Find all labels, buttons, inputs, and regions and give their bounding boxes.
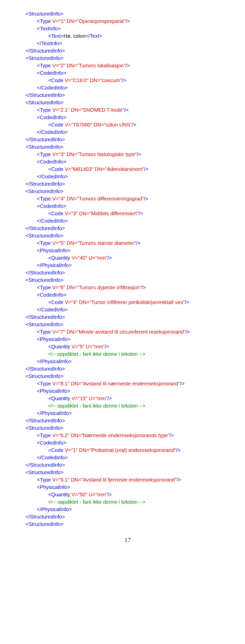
code-line: <StructuredInfo> bbox=[26, 469, 230, 476]
tag-text: <Quantity bbox=[48, 344, 72, 349]
tag-text: <Quantity bbox=[48, 396, 72, 401]
tag-text: <CodedInfo> bbox=[37, 292, 66, 298]
tag-text: <Type bbox=[37, 433, 52, 438]
code-line: <Code V="3" DN="Middels differensiert"/> bbox=[26, 210, 230, 217]
tag-text: <Type bbox=[37, 63, 52, 68]
tag-text: <Code bbox=[48, 299, 65, 305]
tag-text: <Type bbox=[37, 240, 52, 246]
tag-text: /> bbox=[107, 492, 112, 497]
tag-text: <Code bbox=[48, 447, 65, 453]
tag-text: <CodedInfo> bbox=[37, 70, 66, 76]
tag-text: /> bbox=[107, 255, 112, 261]
tag-text: </CodedInfo> bbox=[37, 174, 68, 179]
attr-text: V="3" DN="Middels differensiert" bbox=[65, 211, 139, 216]
tag-text: <CodedInfo> bbox=[37, 203, 66, 209]
code-line: <PhysicalInfo> bbox=[26, 484, 230, 491]
tag-text: <Type bbox=[37, 381, 52, 386]
tag-text: /> bbox=[176, 447, 180, 453]
attr-text: V="T67000" DN="colon UNS" bbox=[65, 122, 132, 128]
code-line: <StructuredInfo> bbox=[26, 276, 230, 284]
code-line: <Quantity V="40" U="mm"/> bbox=[26, 254, 230, 262]
tag-text: <StructuredInfo> bbox=[26, 11, 64, 17]
code-line: </StructuredInfo> bbox=[26, 417, 230, 424]
tag-text: </PhysicalInfo> bbox=[37, 262, 72, 268]
code-line: <Type V="4" DN="Tumors differensieringsg… bbox=[26, 195, 230, 203]
attr-text: V="3" DN="Tumors histologiske type" bbox=[52, 151, 137, 157]
tag-text: </StructuredInfo> bbox=[26, 462, 65, 468]
code-line: <StructuredInfo> bbox=[26, 143, 230, 151]
code-line: </CodedInfo> bbox=[26, 129, 230, 136]
code-line: <Type V="8.2" DN="Nærmeste endereseksjon… bbox=[26, 432, 230, 439]
tag-text: <PhysicalInfo> bbox=[37, 388, 70, 394]
xml-code-block: <StructuredInfo> <Type V="1" DN="Operasj… bbox=[26, 10, 230, 528]
code-line: </StructuredInfo> bbox=[26, 136, 230, 143]
tag-text: <Type bbox=[37, 477, 52, 483]
code-line: <Type V="2" DN="Tumors lokalisasjon"/> bbox=[26, 62, 230, 69]
tag-text: /> bbox=[180, 381, 185, 386]
attr-text: V="2" DN="Tumors lokalisasjon" bbox=[52, 63, 126, 68]
code-line: </StructuredInfo> bbox=[26, 180, 230, 188]
code-line: <CodedInfo> bbox=[26, 203, 230, 210]
code-line: <Quantity V="5" U="mm"/> bbox=[26, 343, 230, 350]
code-line: </PhysicalInfo> bbox=[26, 358, 230, 365]
code-line: <StructuredInfo> bbox=[26, 55, 230, 62]
comment-text: <!-- oppdiktet - fant ikke denne i tekst… bbox=[48, 351, 145, 357]
tag-text: <StructuredInfo> bbox=[26, 521, 64, 527]
tag-text: <Code bbox=[48, 78, 65, 83]
attr-text: V="M81403" DN="Adenokarsinom" bbox=[65, 166, 144, 172]
tag-text: </StructuredInfo> bbox=[26, 92, 65, 98]
tag-text: <Type bbox=[37, 151, 52, 157]
code-line: <PhysicalInfo> bbox=[26, 336, 230, 343]
code-line: <TextInfo> bbox=[26, 25, 230, 32]
tag-text: </StructuredInfo> bbox=[26, 137, 65, 142]
tag-text: /> bbox=[132, 122, 136, 128]
code-line: <Quantity V="15" U="mm"/> bbox=[26, 395, 230, 402]
tag-text: <StructuredInfo> bbox=[26, 277, 64, 283]
tag-text: <PhysicalInfo> bbox=[37, 336, 70, 342]
tag-text: <Type bbox=[37, 196, 52, 201]
code-line: <!-- oppdiktet - fant ikke denne i tekst… bbox=[26, 350, 230, 358]
tag-text: /> bbox=[139, 211, 143, 216]
comment-text: <!-- oppdiktet - fant ikke denne i tekst… bbox=[48, 499, 145, 505]
code-line: <!-- oppdiktet - fant ikke denne i tekst… bbox=[26, 402, 230, 410]
code-line: <Code V="M81403" DN="Adenokarsinom"/> bbox=[26, 166, 230, 173]
code-line: <Type V="9.1" DN="Avstand til fjerneste … bbox=[26, 476, 230, 484]
tag-text: <Code bbox=[48, 211, 65, 216]
tag-text: /> bbox=[105, 344, 109, 349]
tag-text: <Quantity bbox=[48, 255, 72, 261]
tag-text: <StructuredInfo> bbox=[26, 233, 64, 238]
attr-text: V="2.1" DN="SNOMED T-kode" bbox=[52, 107, 124, 113]
tag-text: </CodedInfo> bbox=[37, 307, 68, 312]
txt-text: Hø. colon bbox=[64, 33, 85, 39]
code-line: <StructuredInfo> bbox=[26, 232, 230, 239]
tag-text: /> bbox=[144, 166, 149, 172]
tag-text: <Text> bbox=[48, 33, 64, 39]
tag-text: </StructuredInfo> bbox=[26, 225, 65, 231]
code-line: <Type V="6" DN="Tumors dypeste infiltras… bbox=[26, 284, 230, 291]
code-line: </CodedInfo> bbox=[26, 217, 230, 225]
tag-text: /> bbox=[177, 477, 181, 483]
code-line: </PhysicalInfo> bbox=[26, 410, 230, 417]
code-line: <Quantity V="50" U="mm"/> bbox=[26, 491, 230, 498]
attr-text: V="50" U="mm" bbox=[72, 492, 108, 497]
attr-text: V="8.2" DN="Nærmeste endereseksjonsrands… bbox=[52, 433, 170, 438]
tag-text: </CodedInfo> bbox=[37, 85, 68, 91]
attr-text: V="6" DN="Tumors dypeste infiltrasjon" bbox=[52, 285, 141, 290]
tag-text: /> bbox=[170, 433, 174, 438]
code-line: <Type V="1" DN="Operasjonspreparat"/> bbox=[26, 18, 230, 25]
code-line: <Code V="1" DN="Proksimal (oral) enderes… bbox=[26, 447, 230, 454]
attr-text: V="5" U="mm" bbox=[72, 344, 105, 349]
tag-text: /> bbox=[144, 196, 148, 201]
tag-text: <CodedInfo> bbox=[37, 440, 66, 446]
tag-text: <Quantity bbox=[48, 492, 72, 497]
tag-text: <StructuredInfo> bbox=[26, 100, 64, 105]
tag-text: </StructuredInfo> bbox=[26, 181, 65, 187]
tag-text: </StructuredInfo> bbox=[26, 366, 65, 372]
attr-text: V="5" DN="Tumors største diameter" bbox=[52, 240, 136, 246]
tag-text: /> bbox=[126, 63, 130, 68]
comment-text: <!-- oppdiktet - fant ikke denne i tekst… bbox=[48, 403, 145, 409]
tag-text: </Text> bbox=[85, 33, 102, 39]
code-line: </PhysicalInfo> bbox=[26, 506, 230, 513]
tag-text: <TextInfo> bbox=[37, 26, 60, 31]
code-line: <StructuredInfo> bbox=[26, 10, 230, 18]
